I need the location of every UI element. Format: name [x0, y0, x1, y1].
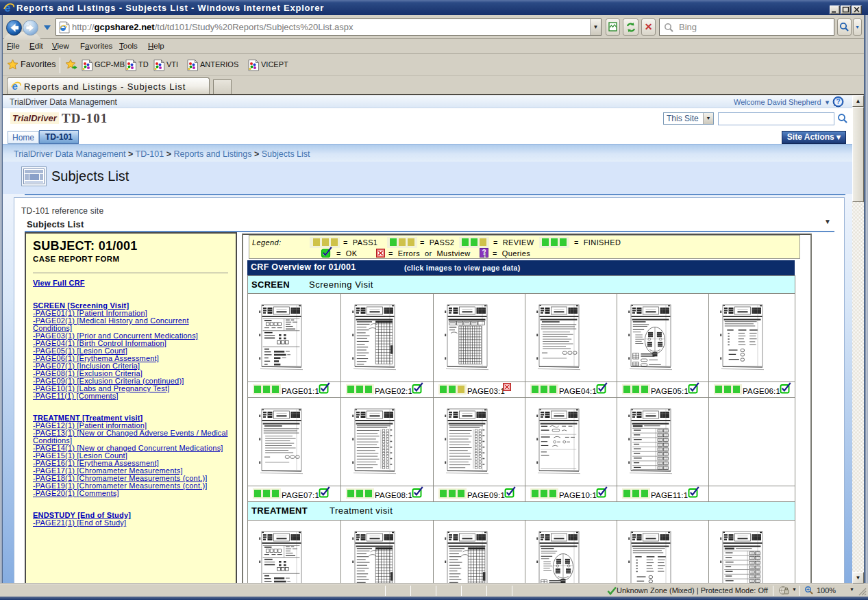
- svg-text:?: ?: [836, 98, 840, 105]
